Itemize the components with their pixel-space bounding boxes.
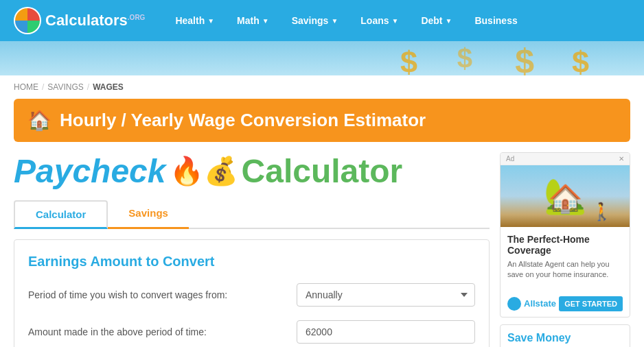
nav-loans-arrow: ▼ xyxy=(392,17,399,25)
nav-math[interactable]: Math ▼ xyxy=(227,10,279,32)
nav-business[interactable]: Business xyxy=(465,10,527,32)
calculator-box-title: Earnings Amount to Convert xyxy=(28,254,475,270)
ad-label: Ad ✕ xyxy=(501,153,630,165)
nav-loans-label: Loans xyxy=(360,15,389,26)
logo-name: Calculators xyxy=(45,12,128,29)
nav-debt-arrow: ▼ xyxy=(446,17,452,25)
ad-title: The Perfect-Home Coverage xyxy=(507,234,623,256)
nav-business-label: Business xyxy=(474,15,517,26)
breadcrumb-current: WAGES xyxy=(93,82,124,92)
calculator-label: Calculator xyxy=(242,152,403,190)
nav-math-label: Math xyxy=(237,15,260,26)
amount-label: Amount made in the above period of time: xyxy=(28,326,297,337)
calculator-box: Earnings Amount to Convert Period of tim… xyxy=(14,239,490,347)
house-icon: 🏠 xyxy=(27,109,51,132)
period-label: Period of time you wish to convert wages… xyxy=(28,289,297,300)
page-banner: 🏠 Hourly / Yearly Wage Conversion Estima… xyxy=(14,99,630,142)
ad-brand-name: Allstate xyxy=(524,298,556,309)
paycheck-label: Paycheck xyxy=(14,152,166,190)
content-wrapper: HOME / SAVINGS / WAGES 🏠 Hourly / Yearly… xyxy=(0,75,644,347)
ad-brand: Allstate xyxy=(507,297,556,311)
main-nav: Health ▼ Math ▼ Savings ▼ Loans ▼ Debt ▼… xyxy=(165,10,527,32)
nav-loans[interactable]: Loans ▼ xyxy=(351,10,408,32)
nav-debt[interactable]: Debt ▼ xyxy=(411,10,461,32)
save-money-title: Save Money xyxy=(507,332,623,344)
ad-sky-bg: 🏡 🚶 xyxy=(501,165,630,227)
logo[interactable]: Calculators.ORG xyxy=(14,7,145,34)
save-money-panel: Save Money Savings Calculator CDs xyxy=(500,324,630,347)
nav-math-arrow: ▼ xyxy=(262,17,269,25)
ad-cta-button[interactable]: GET STARTED xyxy=(559,296,623,311)
breadcrumb: HOME / SAVINGS / WAGES xyxy=(0,75,644,99)
ad-footer: Allstate GET STARTED xyxy=(501,293,630,317)
breadcrumb-sep-2: / xyxy=(87,82,89,92)
period-select[interactable]: Annually Monthly Weekly Daily Hourly xyxy=(297,283,475,307)
fire-calculator-icon: 🔥💰 xyxy=(170,155,238,187)
ad-close[interactable]: ✕ xyxy=(619,155,624,163)
amount-row: Amount made in the above period of time: xyxy=(28,320,475,344)
breadcrumb-sep-1: / xyxy=(42,82,44,92)
nav-health[interactable]: Health ▼ xyxy=(165,10,224,32)
nav-debt-label: Debt xyxy=(421,15,442,26)
ad-person-image: 🚶 xyxy=(591,202,612,222)
breadcrumb-savings[interactable]: SAVINGS xyxy=(47,82,83,92)
allstate-icon xyxy=(507,297,521,311)
tab-calculator[interactable]: Calculator xyxy=(14,200,108,229)
tab-savings[interactable]: Savings xyxy=(108,200,189,229)
main-left: Paycheck 🔥💰 Calculator Calculator Saving… xyxy=(14,152,490,347)
main-layout: Paycheck 🔥💰 Calculator Calculator Saving… xyxy=(0,152,644,347)
ad-text: An Allstate Agent can help you save on y… xyxy=(507,259,623,280)
ad-label-text: Ad xyxy=(506,155,514,163)
amount-input[interactable] xyxy=(297,320,475,344)
banner-title: Hourly / Yearly Wage Conversion Estimato… xyxy=(60,110,426,131)
breadcrumb-home[interactable]: HOME xyxy=(14,82,38,92)
logo-text: Calculators.ORG xyxy=(45,12,145,29)
nav-savings-label: Savings xyxy=(292,15,329,26)
nav-health-label: Health xyxy=(175,15,205,26)
ad-panel: Ad ✕ 🏡 🚶 The Perfect-Home Coverage An Al… xyxy=(500,152,630,318)
period-row: Period of time you wish to convert wages… xyxy=(28,283,475,307)
nav-savings-arrow: ▼ xyxy=(331,17,338,25)
ad-house-image: 🏡 xyxy=(544,176,586,216)
nav-savings[interactable]: Savings ▼ xyxy=(282,10,348,32)
ad-image: 🏡 🚶 xyxy=(501,165,630,227)
header: Calculators.ORG Health ▼ Math ▼ Savings … xyxy=(0,0,644,41)
amount-input-area xyxy=(297,320,475,344)
logo-icon xyxy=(14,7,41,34)
cloud-background: $ $ $ $ xyxy=(0,41,644,75)
main-right: Ad ✕ 🏡 🚶 The Perfect-Home Coverage An Al… xyxy=(500,152,630,347)
paycheck-title: Paycheck 🔥💰 Calculator xyxy=(14,152,490,190)
period-input-area: Annually Monthly Weekly Daily Hourly xyxy=(297,283,475,307)
logo-org: .ORG xyxy=(128,14,146,21)
nav-health-arrow: ▼ xyxy=(207,17,214,25)
tabs: Calculator Savings xyxy=(14,200,490,229)
ad-content: The Perfect-Home Coverage An Allstate Ag… xyxy=(501,227,630,293)
